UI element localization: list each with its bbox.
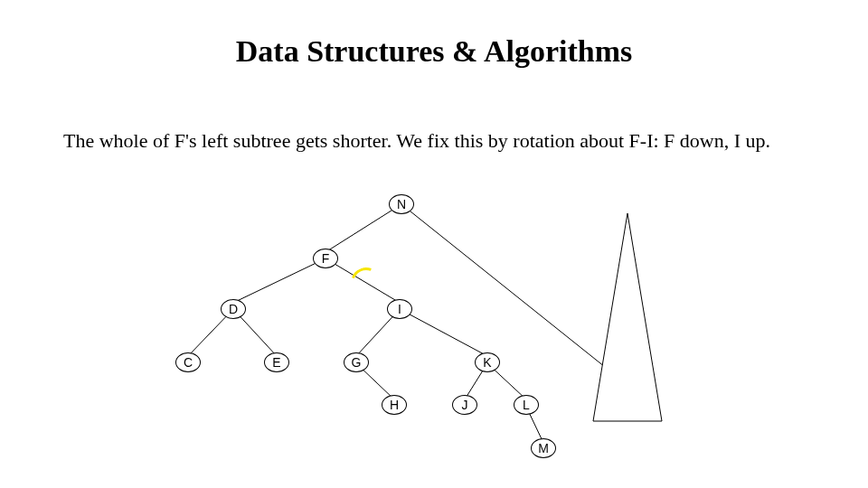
- node-label: K: [483, 355, 491, 370]
- node-m: M: [531, 438, 556, 458]
- node-label: N: [397, 197, 406, 211]
- node-label: M: [538, 441, 549, 455]
- node-l: L: [514, 395, 539, 415]
- node-k: K: [475, 352, 500, 372]
- svg-line-0: [326, 204, 401, 252]
- node-label: J: [462, 398, 468, 412]
- node-label: C: [184, 355, 193, 370]
- node-label: L: [523, 398, 530, 412]
- node-label: F: [322, 251, 330, 266]
- node-label: D: [229, 302, 238, 316]
- node-j: J: [452, 395, 477, 415]
- node-g: G: [344, 352, 369, 372]
- node-label: G: [352, 355, 362, 370]
- node-label: E: [272, 355, 280, 370]
- node-h: H: [382, 395, 407, 415]
- node-d: D: [221, 299, 246, 319]
- node-label: H: [390, 398, 399, 412]
- node-i: I: [387, 299, 412, 319]
- node-f: F: [313, 249, 338, 268]
- node-e: E: [264, 352, 289, 372]
- svg-line-1: [401, 204, 627, 385]
- svg-line-2: [233, 258, 326, 303]
- node-label: I: [398, 302, 401, 316]
- node-n: N: [389, 194, 414, 214]
- tree-edges: [0, 0, 868, 488]
- node-c: C: [175, 352, 201, 372]
- svg-line-7: [400, 309, 487, 356]
- svg-marker-12: [593, 213, 662, 421]
